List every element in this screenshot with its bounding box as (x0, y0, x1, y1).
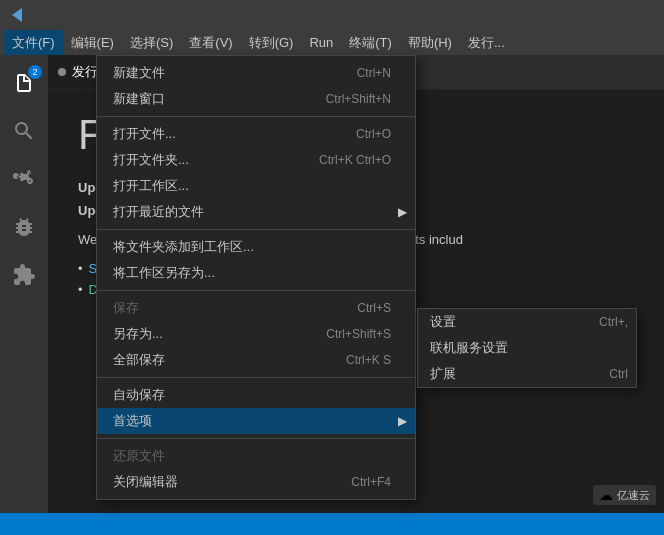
activity-source-control[interactable] (0, 155, 48, 203)
menu-save-as[interactable]: 另存为... Ctrl+Shift+S (97, 321, 415, 347)
menu-run[interactable]: Run (301, 30, 341, 55)
dropdown-section-5: 自动保存 首选项 ▶ 设置 Ctrl+, 联机服务设置 (97, 377, 415, 438)
menu-save: 保存 Ctrl+S (97, 295, 415, 321)
dropdown-section-6: 还原文件 关闭编辑器 Ctrl+F4 (97, 438, 415, 499)
activity-bar: 2 (0, 55, 48, 535)
menu-open-recent[interactable]: 打开最近的文件 ▶ (97, 199, 415, 225)
menu-open-workspace[interactable]: 打开工作区... (97, 173, 415, 199)
main-container: 2 新建文件 (0, 55, 664, 535)
title-bar (0, 0, 664, 30)
dropdown-menu: 新建文件 Ctrl+N 新建窗口 Ctrl+Shift+N 打开文件... Ct… (96, 55, 416, 500)
menu-save-workspace[interactable]: 将工作区另存为... (97, 260, 415, 286)
submenu-extensions[interactable]: 扩展 Ctrl (418, 361, 636, 387)
menu-new-window[interactable]: 新建窗口 Ctrl+Shift+N (97, 86, 415, 112)
menu-preferences[interactable]: 首选项 ▶ 设置 Ctrl+, 联机服务设置 扩展 Ctrl (97, 408, 415, 434)
menu-add-folder[interactable]: 将文件夹添加到工作区... (97, 234, 415, 260)
watermark-icon: ☁ (599, 487, 613, 503)
menu-save-all[interactable]: 全部保存 Ctrl+K S (97, 347, 415, 373)
files-badge: 2 (28, 65, 42, 79)
activity-extensions[interactable] (0, 251, 48, 299)
menu-terminal[interactable]: 终端(T) (341, 30, 400, 55)
preferences-arrow-icon: ▶ (398, 414, 407, 428)
activity-files[interactable]: 2 (0, 59, 48, 107)
dropdown-section-3: 将文件夹添加到工作区... 将工作区另存为... (97, 229, 415, 290)
menu-view[interactable]: 查看(V) (181, 30, 240, 55)
watermark-text: 亿速云 (617, 488, 650, 503)
menu-close-editor[interactable]: 关闭编辑器 Ctrl+F4 (97, 469, 415, 495)
menu-open-folder[interactable]: 打开文件夹... Ctrl+K Ctrl+O (97, 147, 415, 173)
dropdown-section-2: 打开文件... Ctrl+O 打开文件夹... Ctrl+K Ctrl+O 打开… (97, 116, 415, 229)
tab-dot (58, 68, 66, 76)
menu-auto-save[interactable]: 自动保存 (97, 382, 415, 408)
menu-release[interactable]: 发行... (460, 30, 513, 55)
submenu-settings[interactable]: 设置 Ctrl+, (418, 309, 636, 335)
submenu-online-services[interactable]: 联机服务设置 (418, 335, 636, 361)
dropdown-section-4: 保存 Ctrl+S 另存为... Ctrl+Shift+S 全部保存 Ctrl+… (97, 290, 415, 377)
menu-select[interactable]: 选择(S) (122, 30, 181, 55)
arrow-icon: ▶ (398, 205, 407, 219)
app-icon (8, 6, 26, 24)
menu-help[interactable]: 帮助(H) (400, 30, 460, 55)
activity-debug[interactable] (0, 203, 48, 251)
menu-new-file[interactable]: 新建文件 Ctrl+N (97, 60, 415, 86)
menu-bar: 文件(F) 编辑(E) 选择(S) 查看(V) 转到(G) Run 终端(T) … (0, 30, 664, 55)
menu-open-file[interactable]: 打开文件... Ctrl+O (97, 121, 415, 147)
dropdown-section-1: 新建文件 Ctrl+N 新建窗口 Ctrl+Shift+N (97, 56, 415, 116)
preferences-submenu: 设置 Ctrl+, 联机服务设置 扩展 Ctrl (417, 308, 637, 388)
watermark: ☁ 亿速云 (593, 485, 656, 505)
activity-search[interactable] (0, 107, 48, 155)
menu-edit[interactable]: 编辑(E) (63, 30, 122, 55)
menu-goto[interactable]: 转到(G) (241, 30, 302, 55)
status-bar (0, 513, 664, 535)
menu-revert-file: 还原文件 (97, 443, 415, 469)
menu-file[interactable]: 文件(F) (4, 30, 63, 55)
